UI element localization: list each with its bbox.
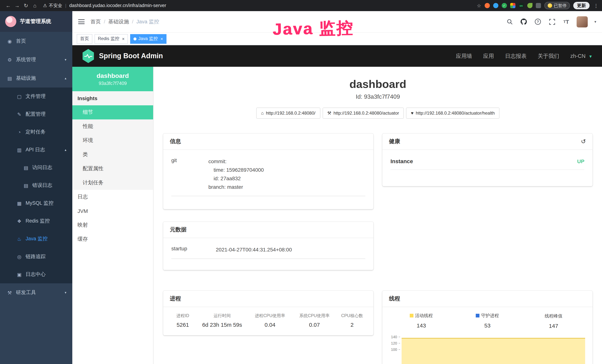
sba-nav-about[interactable]: 关于我们 <box>538 53 559 60</box>
extension-icon[interactable] <box>493 3 498 8</box>
sidebar-item-system[interactable]: ⚙ 系统管理 ▾ <box>0 50 72 69</box>
sba-sidebar-item-jvm[interactable]: JVM <box>72 204 153 218</box>
actuator-url-button[interactable]: ⚒ http://192.168.0.2:48080/actuator <box>322 107 404 119</box>
sba-sidebar-item-scheduled-tasks[interactable]: 计划任务 <box>72 176 153 190</box>
breadcrumb-home[interactable]: 首页 <box>90 18 108 25</box>
col-value: 0.07 <box>292 320 337 330</box>
sba-sidebar-item-classes[interactable]: 类 <box>72 148 153 162</box>
sba-sidebar-item-details[interactable]: 细节 <box>72 105 153 119</box>
search-icon[interactable] <box>506 18 514 25</box>
sba-sidebar: dashboard 93a3fc7f7409 Insights 细节 性能 环境… <box>72 67 153 364</box>
sba-sidebar-item-metrics[interactable]: 性能 <box>72 119 153 134</box>
sba-sidebar-item-environment[interactable]: 环境 <box>72 134 153 148</box>
legend-value: 147 <box>520 323 587 329</box>
extension-icon[interactable] <box>527 3 532 8</box>
sidebar-item-config[interactable]: ✎ 配置管理 <box>0 105 72 123</box>
sba-sidebar-item-logs[interactable]: 日志 <box>72 190 153 204</box>
legend-peak-threads[interactable]: 线程峰值 147 <box>520 312 587 329</box>
sidebar-item-api-log[interactable]: ▥ API 日志 ▴ <box>0 141 72 159</box>
breadcrumb-infra[interactable]: 基础设施 <box>108 18 137 25</box>
sidebar-item-label: MySQL 监控 <box>26 200 54 207</box>
legend-swatch <box>476 314 480 317</box>
sba-sidebar-item-caches[interactable]: 缓存 <box>72 232 153 246</box>
close-icon[interactable]: × <box>122 36 125 41</box>
sidebar-item-java-monitor[interactable]: ♨ Java 监控 <box>0 230 72 248</box>
forward-icon[interactable]: → <box>13 3 22 9</box>
sidebar-item-infra[interactable]: ▤ 基础设施 ▴ <box>0 69 72 87</box>
top-navbar: 首页 基础设施 Java 监控 ? TT ▾ <box>72 11 602 33</box>
close-icon[interactable]: × <box>160 36 163 41</box>
extension-icon[interactable]: ✓ <box>502 3 507 8</box>
warning-icon: ⚠ <box>43 3 47 8</box>
sidebar-item-label: 配置管理 <box>26 111 46 118</box>
sidebar-item-error-log[interactable]: ▤ 错误日志 <box>0 177 72 194</box>
health-url-button[interactable]: ♥ http://192.168.0.2:48080/actuator/heal… <box>406 107 499 119</box>
col-value: 5261 <box>169 320 196 330</box>
legend-live-threads[interactable]: 活动线程 143 <box>388 312 454 329</box>
instance-header[interactable]: dashboard 93a3fc7f7409 <box>72 67 153 91</box>
sba-brand-title[interactable]: Spring Boot Admin <box>99 52 163 60</box>
info-card: 信息 git commit: time: 1596289704000 id: 2… <box>163 134 373 209</box>
access-log-icon: ▤ <box>23 165 29 171</box>
extension-icon[interactable]: on <box>519 3 524 8</box>
emoji-icon <box>548 3 552 8</box>
sidebar-item-home[interactable]: ◉ 首页 <box>0 32 72 50</box>
cards-column-left: 信息 git commit: time: 1596289704000 id: 2… <box>163 134 373 335</box>
sba-nav-wallboard[interactable]: 应用墙 <box>456 53 472 60</box>
browser-menu-icon[interactable]: ⋮ <box>594 3 599 8</box>
tab-home[interactable]: 首页 <box>77 34 92 43</box>
sidebar-item-dev-tools[interactable]: ⚒ 研发工具 ▾ <box>0 283 72 302</box>
sidebar-item-mysql[interactable]: ▦ MySQL 监控 <box>0 194 72 212</box>
sba-sidebar-item-config-props[interactable]: 配置属性 <box>72 162 153 176</box>
sidebar-item-log-center[interactable]: ▣ 日志中心 <box>0 266 72 283</box>
sidebar-item-label: 系统管理 <box>16 56 36 63</box>
tab-label: Java 监控 <box>138 36 158 42</box>
extension-icon[interactable] <box>484 3 490 8</box>
address-bar[interactable]: ⚠ 不安全 | dashboard.yudao.iocoder.cn/infra… <box>43 2 477 9</box>
fullscreen-icon[interactable] <box>548 18 556 25</box>
hamburger-icon[interactable] <box>78 19 85 24</box>
sba-locale-select[interactable]: zh-CN ▼ <box>570 53 592 59</box>
sidebar-item-file[interactable]: ▢ 文件管理 <box>0 87 72 105</box>
update-button[interactable]: 更新 <box>573 2 590 9</box>
paused-badge[interactable]: 已暂停 <box>544 2 570 9</box>
sidebar-item-cron[interactable]: ◔ 定时任务 <box>0 123 72 141</box>
instance-url-button[interactable]: ⌂ http://192.168.0.2:48080/ <box>256 107 320 119</box>
legend-label: 守护进程 <box>476 312 499 319</box>
col-header: 系统CPU使用率 <box>292 311 337 320</box>
back-icon[interactable]: ← <box>4 3 13 9</box>
font-size-icon[interactable]: TT <box>562 18 570 25</box>
sidebar-item-trace[interactable]: ◎ 链路追踪 <box>0 248 72 266</box>
card-title: 健康 <box>389 138 400 145</box>
security-label[interactable]: 不安全 <box>49 2 62 9</box>
help-icon[interactable]: ? <box>534 18 542 25</box>
extension-icon[interactable] <box>510 3 515 8</box>
sba-sidebar-item-mappings[interactable]: 映射 <box>72 218 153 232</box>
cards-column-right: 健康 ↺ Instance UP 线程 <box>382 134 592 364</box>
sidebar-item-redis[interactable]: ❖ Redis 监控 <box>0 212 72 230</box>
reload-icon[interactable]: ↻ <box>22 3 30 9</box>
sidebar-item-access-log[interactable]: ▤ 访问日志 <box>0 159 72 177</box>
browser-chrome: ← → ↻ ⌂ ⚠ 不安全 | dashboard.yudao.iocoder.… <box>0 0 602 11</box>
y-tick: 120 <box>388 341 400 347</box>
locale-label: zh-CN <box>570 53 585 59</box>
cards-grid: 信息 git commit: time: 1596289704000 id: 2… <box>163 134 592 364</box>
tab-java-monitor[interactable]: Java 监控 × <box>130 34 166 43</box>
bookmark-star-icon[interactable]: ☆ <box>477 3 481 8</box>
url-text[interactable]: dashboard.yudao.iocoder.cn/infra/admin-s… <box>69 3 166 8</box>
gear-icon: ⚙ <box>7 57 13 63</box>
threads-legend: 活动线程 143 守护进程 <box>388 312 587 329</box>
tab-redis-monitor[interactable]: Redis 监控 × <box>95 34 128 43</box>
legend-daemon-threads[interactable]: 守护进程 53 <box>454 312 521 329</box>
app-logo[interactable]: 芋道管理系统 <box>0 11 72 32</box>
sba-logo-icon[interactable] <box>82 49 95 63</box>
user-avatar[interactable] <box>577 16 588 27</box>
sba-nav-journal[interactable]: 日志报表 <box>505 53 527 60</box>
sba-nav-applications[interactable]: 应用 <box>483 53 494 60</box>
home-icon[interactable]: ⌂ <box>30 3 39 9</box>
caret-down-icon[interactable]: ▾ <box>594 20 596 24</box>
screen: ← → ↻ ⌂ ⚠ 不安全 | dashboard.yudao.iocoder.… <box>0 0 602 364</box>
extensions-puzzle-icon[interactable] <box>536 3 541 8</box>
history-icon[interactable]: ↺ <box>581 138 586 145</box>
github-icon[interactable] <box>520 18 528 25</box>
